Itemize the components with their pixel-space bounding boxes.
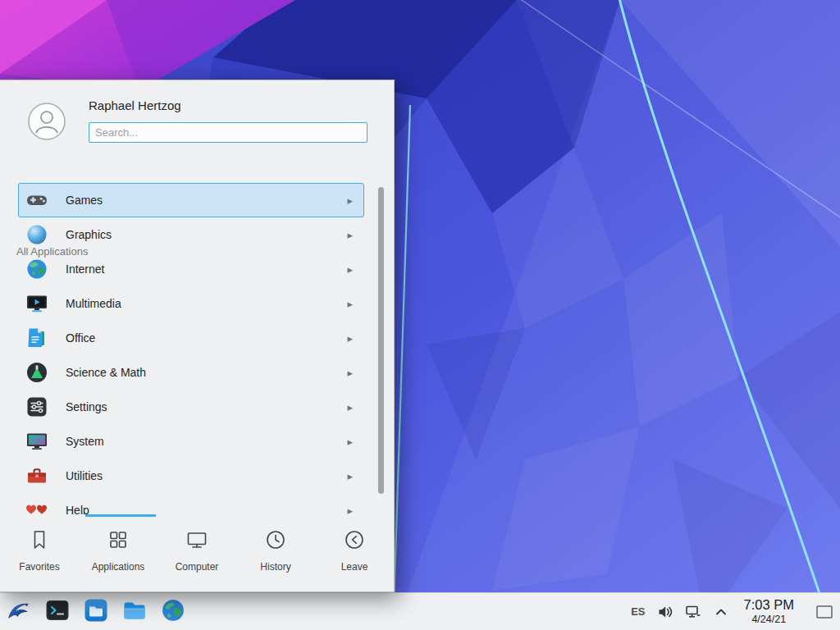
leave-icon — [343, 528, 366, 555]
submenu-arrow-icon: ▸ — [347, 367, 353, 379]
taskbar-launchers — [0, 598, 187, 626]
tray-expander-caret-up-icon[interactable] — [713, 604, 729, 620]
submenu-arrow-icon: ▸ — [347, 332, 353, 345]
tab-applications[interactable]: Applications — [79, 517, 158, 591]
tab-label: Leave — [341, 561, 368, 573]
desktop: Raphael Hertzog All Applications Games ▸ — [0, 0, 840, 630]
category-item-multimedia[interactable]: Multimedia ▸ — [18, 286, 364, 321]
tab-computer[interactable]: Computer — [158, 517, 236, 591]
graphics-sphere-icon — [25, 223, 48, 246]
category-item-science-math[interactable]: Science & Math ▸ — [18, 355, 364, 390]
terminal-icon — [44, 597, 71, 627]
category-item-games[interactable]: Games ▸ — [18, 183, 364, 217]
help-hearts-icon — [25, 499, 48, 514]
taskbar-files-button[interactable] — [82, 598, 110, 626]
submenu-arrow-icon: ▸ — [347, 298, 353, 310]
computer-icon — [185, 528, 208, 555]
submenu-arrow-icon: ▸ — [347, 401, 353, 413]
file-manager-icon — [83, 597, 109, 627]
tab-label: Applications — [92, 561, 145, 573]
category-list: Games ▸ Graphics ▸ — [0, 183, 376, 514]
category-label: Games — [66, 194, 347, 207]
user-avatar[interactable] — [28, 103, 66, 140]
category-label: Science & Math — [66, 366, 347, 379]
category-label: Multimedia — [66, 297, 347, 310]
submenu-arrow-icon: ▸ — [347, 229, 353, 241]
system-tray: ES 7:03 PM 4/2 — [631, 597, 840, 625]
category-item-utilities[interactable]: Utilities ▸ — [18, 459, 364, 493]
science-flask-icon — [25, 361, 48, 384]
tab-label: Favorites — [19, 561, 59, 573]
multimedia-monitor-icon — [25, 292, 48, 315]
network-icon[interactable] — [685, 604, 701, 620]
search-input[interactable] — [89, 122, 368, 143]
show-desktop-button[interactable] — [814, 598, 835, 626]
tab-history[interactable]: History — [236, 517, 315, 591]
browser-globe-icon — [160, 597, 186, 627]
category-item-internet[interactable]: Internet ▸ — [18, 252, 364, 286]
settings-sliders-icon — [25, 395, 48, 418]
taskbar-browser-button[interactable] — [159, 598, 187, 626]
scrollbar-thumb[interactable] — [378, 187, 384, 494]
clock-icon — [264, 528, 287, 555]
clock-time: 7:03 PM — [744, 597, 794, 613]
show-desktop-icon — [815, 604, 834, 620]
launcher-tab-bar: Favorites Applications — [0, 517, 394, 591]
category-item-office[interactable]: Office ▸ — [18, 321, 364, 355]
gamepad-icon — [25, 189, 48, 212]
volume-icon[interactable] — [657, 604, 673, 620]
category-item-help[interactable]: Help ▸ — [18, 493, 364, 514]
application-launcher-menu: Raphael Hertzog All Applications Games ▸ — [0, 80, 395, 592]
category-label: Settings — [66, 400, 347, 413]
category-label: System — [66, 435, 347, 448]
keyboard-layout-indicator[interactable]: ES — [631, 605, 645, 618]
folder-icon — [121, 597, 148, 627]
submenu-arrow-icon: ▸ — [347, 504, 353, 515]
tab-label: History — [260, 561, 290, 573]
taskbar-terminal-button[interactable] — [43, 598, 71, 626]
category-label: Internet — [66, 262, 347, 276]
category-label: Help — [66, 504, 347, 514]
taskbar-panel: ES 7:03 PM 4/2 — [0, 592, 840, 630]
tab-favorites[interactable]: Favorites — [0, 517, 79, 591]
category-item-settings[interactable]: Settings ▸ — [18, 390, 364, 424]
scrollbar[interactable] — [378, 187, 384, 494]
bookmark-icon — [28, 528, 51, 555]
application-launcher-button[interactable] — [5, 598, 33, 626]
submenu-arrow-icon: ▸ — [347, 194, 353, 207]
kali-logo-icon — [6, 597, 32, 627]
tab-label: Computer — [176, 561, 219, 573]
office-document-icon — [25, 326, 48, 349]
taskbar-folder-button[interactable] — [121, 598, 148, 626]
submenu-arrow-icon: ▸ — [347, 263, 353, 276]
system-monitor-icon — [25, 430, 48, 453]
digital-clock[interactable]: 7:03 PM 4/24/21 — [741, 597, 797, 625]
user-name: Raphael Hertzog — [89, 98, 181, 112]
tab-leave[interactable]: Leave — [315, 517, 394, 591]
submenu-arrow-icon: ▸ — [347, 436, 353, 448]
category-item-graphics[interactable]: Graphics ▸ — [18, 217, 364, 252]
toolbox-icon — [25, 464, 48, 487]
category-label: Utilities — [66, 469, 347, 482]
globe-icon — [25, 258, 48, 281]
grid-icon — [107, 528, 130, 555]
category-label: Graphics — [66, 228, 347, 241]
category-item-system[interactable]: System ▸ — [18, 424, 364, 459]
clock-date: 4/24/21 — [744, 614, 794, 626]
category-label: Office — [66, 331, 347, 345]
submenu-arrow-icon: ▸ — [347, 470, 353, 482]
